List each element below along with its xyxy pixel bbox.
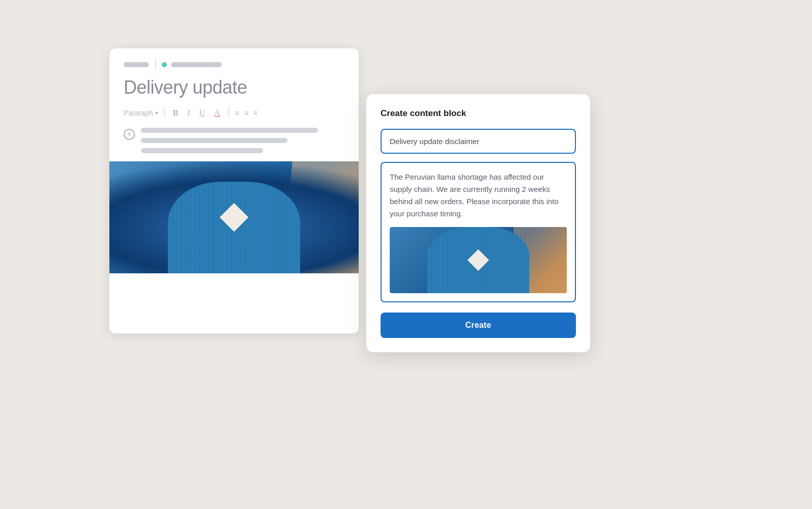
- toolbar-dot: [162, 62, 167, 67]
- bold-button[interactable]: B: [171, 107, 181, 119]
- format-sep-1: [164, 108, 165, 118]
- content-block-name-input[interactable]: [381, 129, 576, 154]
- align-center-icon[interactable]: ≡: [244, 109, 248, 117]
- editor-card: Delivery update Pararaph ▾ B I U A ≡ ≡ ≡…: [109, 48, 359, 333]
- paragraph-label[interactable]: Pararaph ▾: [124, 109, 158, 117]
- underline-button[interactable]: U: [197, 107, 208, 119]
- toolbar-pill-1: [124, 62, 149, 67]
- align-left-icon[interactable]: ≡: [235, 109, 239, 117]
- format-sep-2: [228, 108, 229, 118]
- create-button[interactable]: Create: [381, 313, 576, 338]
- italic-button[interactable]: I: [185, 107, 192, 119]
- text-lines: [141, 128, 344, 153]
- text-line-2: [141, 138, 287, 143]
- add-block-icon[interactable]: +: [124, 129, 135, 140]
- paragraph-chevron: ▾: [155, 109, 158, 117]
- editor-body: +: [109, 128, 359, 153]
- font-color-button[interactable]: A: [212, 107, 222, 119]
- editor-title: Delivery update: [109, 77, 359, 107]
- content-preview-box: The Peruvian llama shortage has affected…: [381, 162, 576, 302]
- create-content-panel: Create content block The Peruvian llama …: [366, 94, 590, 352]
- text-line-1: [141, 128, 318, 133]
- toolbar-pill-2: [171, 62, 222, 67]
- editor-toolbar: [109, 48, 359, 77]
- align-right-icon[interactable]: ≡: [253, 109, 257, 117]
- preview-text: The Peruvian llama shortage has affected…: [390, 171, 567, 220]
- toolbar-sep-1: [155, 60, 156, 70]
- panel-title: Create content block: [381, 108, 576, 119]
- editor-image: [109, 161, 359, 273]
- text-line-3: [141, 148, 263, 153]
- preview-image: [390, 227, 567, 293]
- format-toolbar: Pararaph ▾ B I U A ≡ ≡ ≡: [109, 107, 359, 128]
